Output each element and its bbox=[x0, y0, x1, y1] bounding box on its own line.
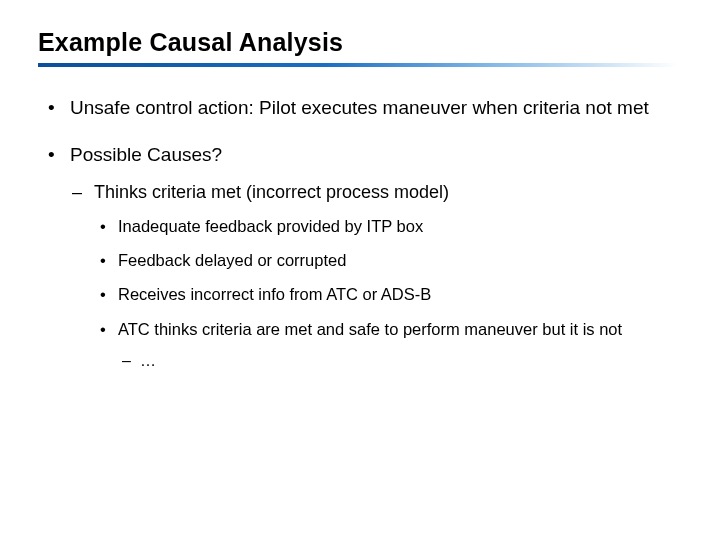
bullet-list-level1: Unsafe control action: Pilot executes ma… bbox=[38, 95, 682, 372]
slide-body: Example Causal Analysis Unsafe control a… bbox=[0, 0, 720, 414]
bullet-item: Unsafe control action: Pilot executes ma… bbox=[38, 95, 682, 120]
bullet-text: … bbox=[140, 352, 156, 369]
bullet-text: Receives incorrect info from ATC or ADS-… bbox=[118, 285, 431, 303]
bullet-item: ATC thinks criteria are met and safe to … bbox=[94, 318, 682, 372]
bullet-item: Possible Causes? Thinks criteria met (in… bbox=[38, 142, 682, 371]
bullet-list-level3: Inadequate feedback provided by ITP box … bbox=[94, 215, 682, 372]
bullet-text: Possible Causes? bbox=[70, 144, 222, 165]
bullet-list-level4: … bbox=[118, 350, 682, 372]
title-underline bbox=[38, 63, 678, 67]
bullet-text: Thinks criteria met (incorrect process m… bbox=[94, 182, 449, 202]
bullet-item: Feedback delayed or corrupted bbox=[94, 249, 682, 271]
bullet-item: … bbox=[118, 350, 682, 372]
bullet-item: Receives incorrect info from ATC or ADS-… bbox=[94, 283, 682, 305]
bullet-item: Inadequate feedback provided by ITP box bbox=[94, 215, 682, 237]
bullet-text: Unsafe control action: Pilot executes ma… bbox=[70, 97, 649, 118]
bullet-text: Inadequate feedback provided by ITP box bbox=[118, 217, 423, 235]
bullet-item: Thinks criteria met (incorrect process m… bbox=[70, 181, 682, 371]
bullet-text: Feedback delayed or corrupted bbox=[118, 251, 346, 269]
slide-title: Example Causal Analysis bbox=[38, 28, 682, 57]
bullet-text: ATC thinks criteria are met and safe to … bbox=[118, 320, 622, 338]
bullet-list-level2: Thinks criteria met (incorrect process m… bbox=[70, 181, 682, 371]
